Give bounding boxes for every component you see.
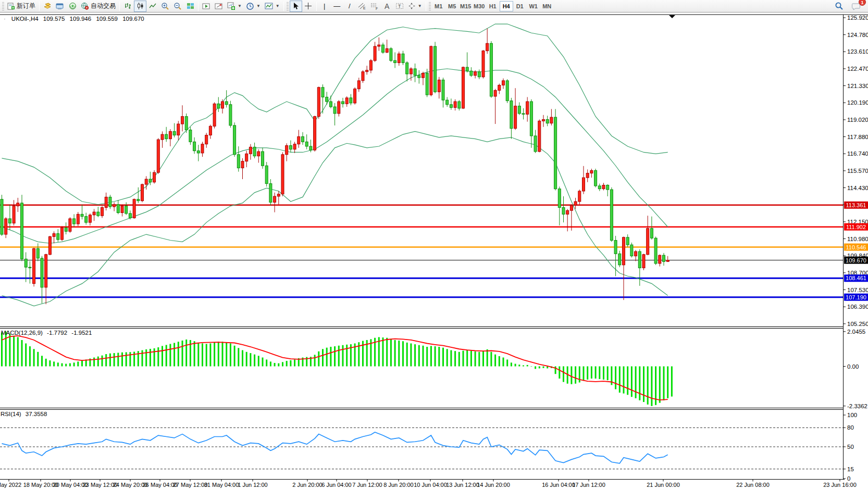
svg-text:23 May 12:00: 23 May 12:00 [83, 482, 118, 488]
candle [586, 173, 589, 178]
timeframe-d1-button[interactable]: D1 [513, 1, 527, 11]
indicator-templates-button[interactable]: ▼ [263, 1, 282, 12]
timeframe-m5-button[interactable]: M5 [445, 1, 459, 11]
fibonacci-button[interactable]: F [368, 1, 381, 12]
zoom-in-button[interactable] [159, 1, 171, 12]
candle [410, 69, 412, 74]
candle [1, 199, 3, 234]
equidistant-channel-button[interactable]: E [356, 1, 368, 12]
indicator-templates-icon [265, 2, 274, 10]
macd-pane[interactable] [2, 332, 672, 406]
rsi-name: RSI(14) [1, 411, 21, 417]
candlestick-chart-button[interactable] [134, 1, 146, 12]
candle [105, 197, 107, 207]
line-chart-icon [149, 2, 157, 10]
text-icon: A [385, 3, 389, 10]
candle [201, 144, 204, 153]
timeframe-h4-button[interactable]: H4 [500, 1, 513, 11]
timeframe-mn-button[interactable]: MN [540, 1, 554, 11]
autotrade-button[interactable]: 自动交易 [79, 1, 118, 12]
candle [606, 185, 609, 190]
candle [253, 147, 256, 156]
candle [165, 134, 168, 139]
candle [422, 73, 425, 78]
toolbar-grip[interactable] [429, 2, 431, 10]
trendline-button[interactable]: / [343, 1, 356, 12]
trendline-icon: / [349, 3, 351, 9]
bar-chart-button[interactable] [121, 1, 134, 12]
cursor-button[interactable] [290, 1, 302, 12]
chevron-down-icon: ▼ [256, 4, 261, 8]
arrange-tracking-button[interactable] [213, 1, 225, 12]
candle [522, 114, 525, 114]
rsi-pane[interactable] [0, 428, 843, 469]
crosshair-button[interactable] [302, 1, 315, 12]
candle [269, 184, 272, 203]
candle [357, 81, 360, 89]
zoom-in-icon [161, 2, 169, 10]
candle [530, 102, 532, 136]
candle [173, 131, 176, 135]
candle [490, 43, 492, 96]
timeframe-m15-button[interactable]: M15 [459, 1, 473, 11]
horizontal-line-button[interactable]: — [331, 1, 343, 12]
timeframe-m30-button[interactable]: M30 [473, 1, 486, 11]
vertical-line-button[interactable]: | [318, 1, 331, 12]
candle [89, 215, 91, 222]
candle [101, 207, 104, 216]
candle [53, 234, 55, 237]
svg-text:23 Jun 16:00: 23 Jun 16:00 [823, 482, 857, 488]
candle [647, 229, 649, 255]
svg-text:110.980: 110.980 [847, 236, 868, 242]
search-button[interactable] [833, 1, 846, 12]
indicator-axis[interactable]: 2.04550.00-2.33621008050150 [843, 329, 867, 482]
macd-name: MACD(12,26,9) [1, 330, 43, 336]
zoom-out-button[interactable] [171, 1, 184, 12]
separator [39, 2, 40, 11]
candle [345, 98, 348, 104]
arrange-charts-button[interactable] [200, 1, 213, 12]
svg-text:31 May 04:00: 31 May 04:00 [204, 482, 239, 488]
candle [654, 238, 657, 263]
candle [482, 51, 485, 77]
timeframe-h1-button[interactable]: H1 [486, 1, 500, 11]
timeframe-m1-button[interactable]: M1 [432, 1, 445, 11]
timeframe-clock-button[interactable]: ▼ [244, 1, 263, 12]
gold-cube-button[interactable] [41, 1, 54, 12]
candle [121, 206, 123, 213]
text-label-button[interactable]: T [393, 1, 406, 12]
candle [630, 245, 633, 256]
toolbar-grip[interactable] [287, 2, 289, 10]
candle [430, 46, 432, 95]
svg-text:109.670: 109.670 [846, 257, 866, 263]
svg-text:26 May 04:00: 26 May 04:00 [143, 482, 178, 488]
candle [13, 206, 15, 223]
candle [205, 135, 208, 144]
price-level-lines [0, 205, 843, 297]
text-button[interactable]: A [381, 1, 393, 12]
price-badges: 113.361111.902110.546109.670108.461107.1… [844, 202, 868, 301]
line-chart-button[interactable] [146, 1, 159, 12]
new-order-button[interactable]: 新订单 [5, 1, 38, 12]
terminal-window-button[interactable] [54, 1, 66, 12]
price-chart-svg[interactable]: 125.920124.780123.610122.470121.330120.1… [0, 12, 868, 490]
candle [626, 237, 629, 245]
new-chart-button[interactable]: ▼ [225, 1, 244, 12]
candle [454, 102, 456, 107]
candle [145, 179, 147, 184]
candle [502, 81, 505, 85]
candle [77, 214, 79, 224]
timeframe-w1-button[interactable]: W1 [527, 1, 540, 11]
arrows-button[interactable]: ▼ [406, 1, 424, 12]
rsi-value: 37.3558 [26, 411, 47, 417]
svg-text:117.880: 117.880 [847, 134, 868, 140]
text-label-icon: T [395, 2, 404, 10]
candle [650, 229, 653, 238]
candle [161, 134, 164, 140]
chat-button[interactable]: 1 [850, 1, 863, 12]
toolbar-grip[interactable] [2, 2, 4, 10]
community-button[interactable] [66, 1, 79, 12]
candle [578, 191, 581, 202]
tile-windows-button[interactable] [184, 1, 196, 12]
time-axis[interactable]: May 202218 May 20:0020 May 04:0023 May 1… [0, 480, 857, 488]
